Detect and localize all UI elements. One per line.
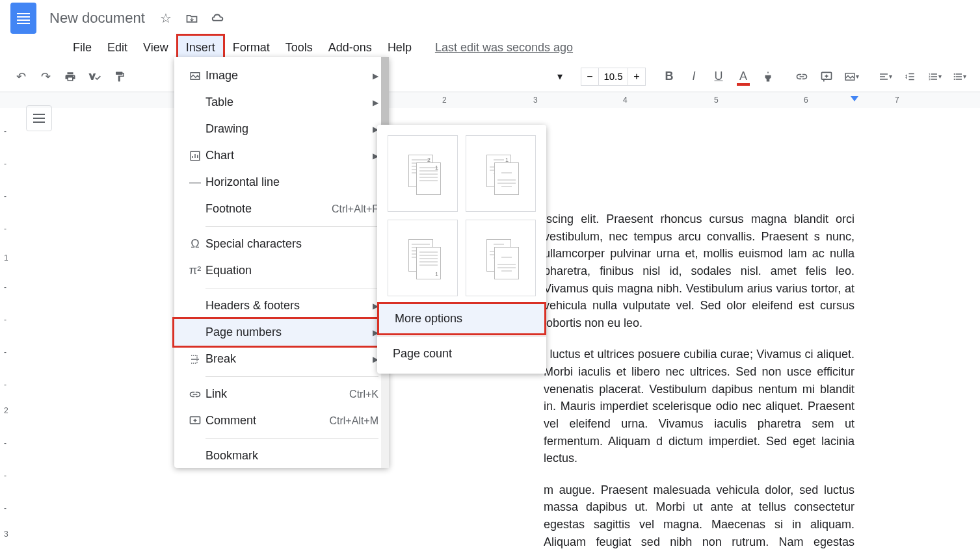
menu-item-headers-footers[interactable]: Headers & footers ▶: [174, 292, 389, 319]
menu-item-bookmark[interactable]: Bookmark: [174, 442, 389, 463]
align-button[interactable]: ▾: [875, 66, 895, 87]
pi-icon: π²: [185, 264, 205, 277]
add-comment-button[interactable]: [816, 66, 837, 87]
menu-tools[interactable]: Tools: [278, 36, 321, 60]
menu-label: Bookmark: [205, 449, 378, 463]
comment-icon: [185, 415, 205, 428]
italic-button[interactable]: I: [683, 66, 704, 87]
menu-item-special-characters[interactable]: Ω Special characters: [174, 231, 389, 257]
ruler-tick: 4: [623, 96, 628, 105]
ruler-tick: 7: [895, 96, 899, 105]
menu-shortcut: Ctrl+Alt+F: [332, 203, 378, 215]
page-number-option-bottom-right[interactable]: 2 1: [388, 220, 458, 296]
menu-label: Chart: [205, 149, 373, 162]
outline-toggle-icon[interactable]: [26, 105, 52, 131]
break-icon: [185, 353, 205, 365]
page-number-option-top-right[interactable]: 2 1: [388, 135, 458, 212]
font-size-input[interactable]: [599, 68, 628, 86]
menu-label: Headers & footers: [205, 299, 373, 313]
menu-label: Image: [205, 69, 373, 83]
horizontal-line-icon: —: [185, 175, 205, 189]
numbered-list-button[interactable]: ▾: [924, 66, 945, 87]
menu-label: Page numbers: [205, 326, 373, 339]
submenu-arrow-icon: ▶: [373, 98, 378, 107]
text-color-button[interactable]: A: [733, 66, 754, 87]
ruler-tick: 2: [442, 96, 447, 105]
menu-item-link[interactable]: Link Ctrl+K: [174, 381, 389, 407]
cloud-icon[interactable]: [210, 10, 226, 26]
ruler-tick: 6: [804, 96, 808, 105]
menu-item-table[interactable]: Table ▶: [174, 89, 389, 116]
bold-button[interactable]: B: [659, 66, 680, 87]
spellcheck-button[interactable]: [85, 66, 105, 87]
page-number-option-bottom-right-skip-first[interactable]: 1: [466, 220, 536, 296]
star-icon[interactable]: ☆: [158, 10, 174, 26]
insert-image-button[interactable]: ▾: [841, 66, 862, 87]
line-spacing-button[interactable]: [899, 66, 920, 87]
omega-icon: Ω: [185, 237, 205, 251]
ruler-tick: 3: [533, 96, 538, 105]
document-body[interactable]: iscing elit. Praesent rhoncus cursus mag…: [544, 211, 854, 551]
menu-divider: [205, 376, 378, 377]
menu-item-drawing[interactable]: Drawing ▶: [174, 116, 389, 142]
menu-item-footnote[interactable]: Footnote Ctrl+Alt+F: [174, 196, 389, 222]
redo-button[interactable]: ↷: [35, 66, 56, 87]
menu-divider: [205, 226, 378, 227]
document-paragraph: iscing elit. Praesent rhoncus cursus mag…: [544, 211, 854, 331]
menu-edit[interactable]: Edit: [99, 36, 135, 60]
menu-item-comment[interactable]: Comment Ctrl+Alt+M: [174, 407, 389, 434]
menu-label: Special characters: [205, 237, 378, 251]
menu-view[interactable]: View: [135, 36, 176, 60]
font-dropdown[interactable]: ▾: [552, 70, 568, 83]
menu-label: Link: [205, 387, 349, 401]
menu-label: Table: [205, 96, 373, 109]
move-icon[interactable]: [184, 10, 200, 26]
highlight-button[interactable]: [758, 66, 778, 87]
menu-label: Break: [205, 352, 373, 366]
last-edit-link[interactable]: Last edit was seconds ago: [435, 41, 573, 55]
menu-label: Comment: [205, 414, 329, 428]
insert-link-button[interactable]: [791, 66, 812, 87]
menu-label: Drawing: [205, 122, 373, 136]
ruler-tick: 5: [714, 96, 719, 105]
menu-divider: [205, 438, 378, 439]
menu-shortcut: Ctrl+K: [349, 389, 378, 400]
page-number-option-top-right-skip-first[interactable]: 1: [466, 135, 536, 212]
print-button[interactable]: [60, 66, 81, 87]
font-size-decrease[interactable]: −: [581, 68, 599, 86]
docs-app-icon[interactable]: [10, 3, 36, 34]
menu-addons[interactable]: Add-ons: [321, 36, 380, 60]
menu-file[interactable]: File: [65, 36, 99, 60]
menu-item-page-numbers[interactable]: Page numbers ▶: [172, 317, 391, 348]
submenu-more-options[interactable]: More options: [377, 302, 546, 335]
insert-menu-dropdown: Image ▶ Table ▶ Drawing ▶ Chart ▶ — Hori…: [174, 57, 389, 468]
document-paragraph: m augue. Praesent malesuada vehicula dol…: [544, 481, 854, 551]
menu-item-image[interactable]: Image ▶: [174, 62, 389, 89]
ruler-right-indent-marker[interactable]: [851, 96, 858, 101]
undo-button[interactable]: ↶: [10, 66, 31, 87]
menu-item-equation[interactable]: π² Equation: [174, 257, 389, 284]
submenu-page-count[interactable]: Page count: [377, 339, 546, 368]
document-title[interactable]: New document: [49, 10, 145, 27]
menu-shortcut: Ctrl+Alt+M: [329, 415, 378, 427]
bulleted-list-button[interactable]: ▾: [949, 66, 970, 87]
link-icon: [185, 388, 205, 401]
menu-label: Equation: [205, 264, 378, 277]
menu-help[interactable]: Help: [380, 36, 419, 60]
font-size-increase[interactable]: +: [628, 68, 646, 86]
submenu-arrow-icon: ▶: [373, 71, 378, 81]
menu-item-chart[interactable]: Chart ▶: [174, 142, 389, 169]
menu-label: Footnote: [205, 202, 332, 216]
document-paragraph: i luctus et ultrices posuere cubilia cur…: [544, 346, 854, 467]
paint-format-button[interactable]: [109, 66, 130, 87]
menu-item-horizontal-line[interactable]: — Horizontal line: [174, 169, 389, 196]
menu-item-break[interactable]: Break ▶: [174, 346, 389, 372]
menu-label: Horizontal line: [205, 175, 378, 189]
menu-format[interactable]: Format: [225, 36, 278, 60]
image-icon: [185, 70, 205, 82]
chart-icon: [185, 150, 205, 162]
page-numbers-submenu: 2 1 1 2 1 1 More options Page count: [377, 125, 546, 374]
menu-divider: [205, 288, 378, 288]
menu-divider: [377, 336, 546, 337]
underline-button[interactable]: U: [708, 66, 729, 87]
